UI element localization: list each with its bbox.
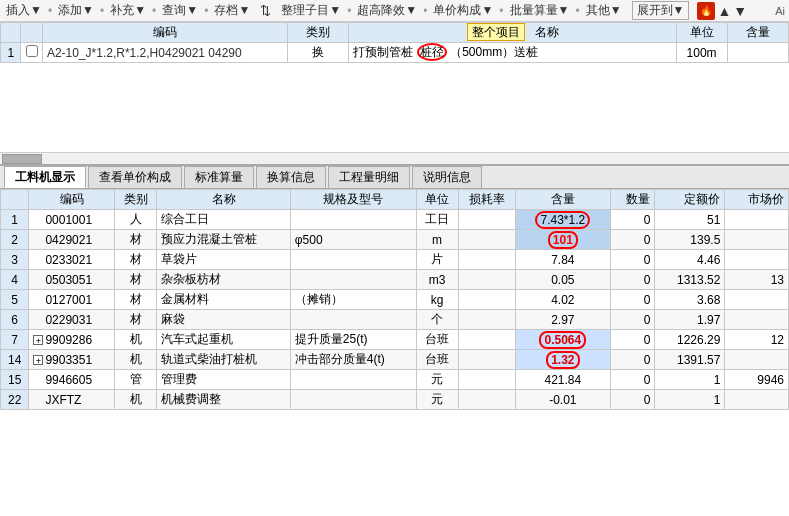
lower-danwei-cell: 台班: [416, 330, 458, 350]
lower-table-row[interactable]: 4 0503051 材 杂杂板枋材 m3 0.05 0 1313.52 13: [1, 270, 789, 290]
lower-guige-header: 规格及型号: [290, 190, 416, 210]
lower-sunhao-cell: [458, 210, 515, 230]
lower-table-row[interactable]: 6 0229031 材 麻袋 个 2.97 0 1.97: [1, 310, 789, 330]
lower-dingejia-cell: 139.5: [655, 230, 725, 250]
lower-shichangjia-cell: [725, 350, 789, 370]
lower-danwei-cell: 个: [416, 310, 458, 330]
lower-danwei-cell: 工日: [416, 210, 458, 230]
lower-mingcheng-header: 名称: [157, 190, 290, 210]
lower-sunhao-cell: [458, 350, 515, 370]
up-arrow-icon[interactable]: ▲: [717, 3, 731, 19]
tab-工料机显示[interactable]: 工料机显示: [4, 166, 86, 188]
lower-leibie-cell: 材: [115, 250, 157, 270]
lower-shichangjia-cell: [725, 230, 789, 250]
lower-bianma-cell: 0127001: [29, 290, 115, 310]
down-arrow-icon[interactable]: ▼: [733, 3, 747, 19]
lower-table-row[interactable]: 7 +9909286 机 汽车式起重机 提升质量25(t) 台班 0.5064 …: [1, 330, 789, 350]
archive-menu[interactable]: 存档▼: [212, 1, 252, 20]
lower-guige-cell: φ500: [290, 230, 416, 250]
lower-bianma-header: 编码: [29, 190, 115, 210]
upper-table-row[interactable]: 1 A2-10_J*1.2,R*1.2,H0429021 04290 换 打预制…: [1, 43, 789, 63]
hanl-cell[interactable]: 7.43*1.2: [515, 210, 610, 230]
lower-danwei-cell: 元: [416, 390, 458, 410]
lower-shuliang-cell: 0: [610, 310, 654, 330]
lower-shuliang-cell: 0: [610, 230, 654, 250]
upper-hscroll-thumb[interactable]: [2, 154, 42, 164]
tab-bar: 工料机显示 查看单价构成 标准算量 换算信息 工程量明细 说明信息: [0, 165, 789, 189]
lower-bianma-cell: +9903351: [29, 350, 115, 370]
hanl-cell[interactable]: 421.84: [515, 370, 610, 390]
lower-danwei-cell: kg: [416, 290, 458, 310]
lower-leibie-cell: 机: [115, 390, 157, 410]
lower-shichangjia-header: 市场价: [725, 190, 789, 210]
lower-shichangjia-cell: [725, 310, 789, 330]
upper-danwei-cell: 100m: [676, 43, 727, 63]
lower-dingejia-cell: 3.68: [655, 290, 725, 310]
lower-shichangjia-cell: 12: [725, 330, 789, 350]
upper-hscrollbar[interactable]: [0, 152, 789, 164]
lower-mingcheng-cell: 杂杂板枋材: [157, 270, 290, 290]
lower-row-num: 22: [1, 390, 29, 410]
tab-换算信息[interactable]: 换算信息: [256, 166, 326, 188]
lower-guige-cell: [290, 310, 416, 330]
unit-price-menu[interactable]: 单价构成▼: [431, 1, 495, 20]
insert-menu[interactable]: 插入▼: [4, 1, 44, 20]
lower-dingejia-cell: 1: [655, 390, 725, 410]
lower-shichangjia-cell: [725, 250, 789, 270]
lower-bianma-cell: 0229031: [29, 310, 115, 330]
organize-menu[interactable]: 整理子目▼: [279, 1, 343, 20]
tab-工程量明细[interactable]: 工程量明细: [328, 166, 410, 188]
upper-checkbox[interactable]: [21, 43, 42, 63]
hanl-cell[interactable]: 2.97: [515, 310, 610, 330]
efficiency-menu[interactable]: 超高降效▼: [355, 1, 419, 20]
lower-shuliang-cell: 0: [610, 390, 654, 410]
lower-rownum-header: [1, 190, 29, 210]
expand-btn[interactable]: +: [33, 335, 43, 345]
lower-sunhao-cell: [458, 230, 515, 250]
lower-guige-cell: 提升质量25(t): [290, 330, 416, 350]
lower-table-row[interactable]: 2 0429021 材 预应力混凝土管桩 φ500 m 101 0 139.5: [1, 230, 789, 250]
lower-dingejia-cell: 51: [655, 210, 725, 230]
lower-dingejia-header: 定额价: [655, 190, 725, 210]
query-menu[interactable]: 查询▼: [160, 1, 200, 20]
upper-rownum-header: [1, 23, 21, 43]
hanl-cell[interactable]: 7.84: [515, 250, 610, 270]
batch-calc-menu[interactable]: 批量算量▼: [508, 1, 572, 20]
lower-dingejia-cell: 1: [655, 370, 725, 390]
lower-guige-cell: [290, 370, 416, 390]
tab-标准算量[interactable]: 标准算量: [184, 166, 254, 188]
lower-guige-cell: [290, 250, 416, 270]
lower-shichangjia-cell: [725, 290, 789, 310]
lower-mingcheng-cell: 综合工日: [157, 210, 290, 230]
sort-icon: ⇅: [260, 3, 271, 18]
lower-leibie-cell: 机: [115, 350, 157, 370]
lower-sunhao-cell: [458, 250, 515, 270]
hanl-cell[interactable]: 1.32: [515, 350, 610, 370]
tab-查看单价构成[interactable]: 查看单价构成: [88, 166, 182, 188]
tab-说明信息[interactable]: 说明信息: [412, 166, 482, 188]
hanl-cell[interactable]: 0.05: [515, 270, 610, 290]
upper-hanl-header: 含量: [727, 23, 788, 43]
add-menu[interactable]: 添加▼: [56, 1, 96, 20]
hanl-cell[interactable]: -0.01: [515, 390, 610, 410]
lower-row-num: 14: [1, 350, 29, 370]
lower-table-row[interactable]: 15 9946605 管 管理费 元 421.84 0 1 9946: [1, 370, 789, 390]
lower-mingcheng-cell: 金属材料: [157, 290, 290, 310]
lower-mingcheng-cell: 预应力混凝土管桩: [157, 230, 290, 250]
other-menu[interactable]: 其他▼: [584, 1, 624, 20]
lower-mingcheng-cell: 机械费调整: [157, 390, 290, 410]
lower-table-row[interactable]: 22 JXFTZ 机 机械费调整 元 -0.01 0 1: [1, 390, 789, 410]
expand-menu[interactable]: 展开到▼: [632, 1, 690, 20]
lower-table-row[interactable]: 3 0233021 材 草袋片 片 7.84 0 4.46: [1, 250, 789, 270]
hanl-cell[interactable]: 0.5064: [515, 330, 610, 350]
lower-table-row[interactable]: 1 0001001 人 综合工日 工日 7.43*1.2 0 51: [1, 210, 789, 230]
supplement-menu[interactable]: 补充▼: [108, 1, 148, 20]
lower-dingejia-cell: 1313.52: [655, 270, 725, 290]
hanl-cell[interactable]: 101: [515, 230, 610, 250]
lower-table-row[interactable]: 5 0127001 材 金属材料 （摊销） kg 4.02 0 3.68: [1, 290, 789, 310]
lower-sunhao-cell: [458, 290, 515, 310]
hanl-cell[interactable]: 4.02: [515, 290, 610, 310]
expand-btn[interactable]: +: [33, 355, 43, 365]
lower-table-row[interactable]: 14 +9903351 机 轨道式柴油打桩机 冲击部分质量4(t) 台班 1.3…: [1, 350, 789, 370]
lower-danwei-cell: 片: [416, 250, 458, 270]
